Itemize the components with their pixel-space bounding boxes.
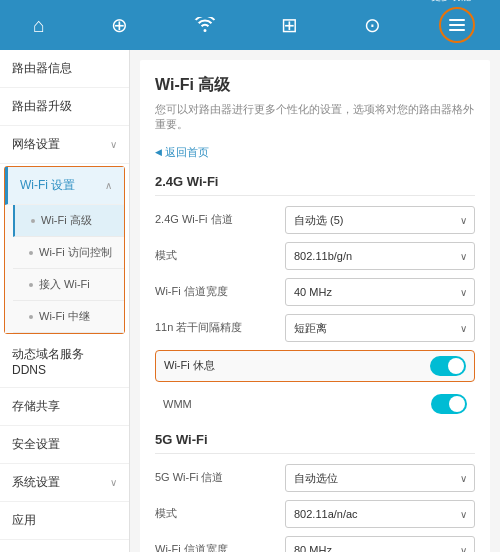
back-link[interactable]: 返回首页 [155,145,475,160]
select-24-bw[interactable]: 40 MHz [285,278,475,306]
more-label: 更多功能 [427,0,475,5]
chevron-up-icon: ∧ [105,180,112,191]
sidebar-item-wifi-advanced[interactable]: Wi-Fi 高级 [13,205,124,237]
sidebar-item-router-info[interactable]: 路由器信息 [0,50,129,88]
hamburger-icon [449,19,465,31]
label-5-mode: 模式 [155,506,285,521]
select-5-channel-wrap: 自动选位 ∨ [285,464,475,492]
wmm-label-24: WMM [163,398,431,410]
toggle-wmm-24[interactable] [431,394,467,414]
form-row-5-channel: 5G Wi-Fi 信道 自动选位 ∨ [155,464,475,492]
select-24-mode[interactable]: 802.11b/g/n [285,242,475,270]
wifi-section: Wi-Fi 设置 ∧ Wi-Fi 高级 Wi-Fi 访问控制 接入 Wi-Fi … [4,166,125,334]
select-24-mode-wrap: 802.11b/g/n ∨ [285,242,475,270]
more-button[interactable] [439,7,475,43]
toggle-thumb-wmm-24 [449,396,465,412]
user-icon[interactable]: ⊙ [356,5,389,45]
form-row-24-bw: Wi-Fi 信道宽度 40 MHz ∨ [155,278,475,306]
sidebar-item-router-upgrade[interactable]: 路由器升级 [0,88,129,126]
form-row-24-mode: 模式 802.11b/g/n ∨ [155,242,475,270]
section-5g: 5G Wi-Fi [155,432,475,454]
grid-icon[interactable]: ⊞ [273,5,306,45]
sidebar-item-network[interactable]: 网络设置 ∨ [0,126,129,164]
label-5-bw: Wi-Fi 信道宽度 [155,542,285,552]
select-5-mode-wrap: 802.11a/n/ac ∨ [285,500,475,528]
app-wrapper: ⌂ ⊕ ⊞ ⊙ 更多功能 路由器信息 路由器升级 [0,0,500,552]
sidebar-item-wifi-relay[interactable]: Wi-Fi 中继 [13,301,124,333]
label-24-interval: 11n 若干间隔精度 [155,320,285,335]
toggle-label-24: Wi-Fi 休息 [164,358,430,373]
section-24g: 2.4G Wi-Fi [155,174,475,196]
sidebar-item-storage[interactable]: 存储共享 [0,388,129,426]
select-5-mode[interactable]: 802.11a/n/ac [285,500,475,528]
select-5-bw[interactable]: 80 MHz [285,536,475,552]
page-title: Wi-Fi 高级 [155,75,475,96]
globe-icon[interactable]: ⊕ [103,5,136,45]
top-nav: ⌂ ⊕ ⊞ ⊙ 更多功能 [0,0,500,50]
more-button-wrap: 更多功能 [439,7,475,43]
form-row-5-mode: 模式 802.11a/n/ac ∨ [155,500,475,528]
sidebar-item-security[interactable]: 安全设置 [0,426,129,464]
sidebar-item-wifi-access[interactable]: Wi-Fi 访问控制 [13,237,124,269]
label-5-channel: 5G Wi-Fi 信道 [155,470,285,485]
select-24-bw-wrap: 40 MHz ∨ [285,278,475,306]
sidebar: 路由器信息 路由器升级 网络设置 ∨ Wi-Fi 设置 ∧ Wi-Fi 高级 [0,50,130,552]
sidebar-item-ddns[interactable]: 动态域名服务 DDNS [0,336,129,388]
content-inner: Wi-Fi 高级 您可以对路由器进行更多个性化的设置，选项将对您的路由器格外重要… [140,60,490,552]
form-row-5-bw: Wi-Fi 信道宽度 80 MHz ∨ [155,536,475,552]
select-24-channel[interactable]: 自动选 (5) [285,206,475,234]
label-24-channel: 2.4G Wi-Fi 信道 [155,212,285,227]
sidebar-item-wifi-guest[interactable]: 接入 Wi-Fi [13,269,124,301]
sidebar-sub-menu: Wi-Fi 高级 Wi-Fi 访问控制 接入 Wi-Fi Wi-Fi 中继 [5,205,124,333]
sidebar-item-apps[interactable]: 应用 [0,502,129,540]
toggle-row-24-wifi: Wi-Fi 休息 [155,350,475,382]
toggle-track-wmm-24[interactable] [431,394,467,414]
sidebar-item-wifi[interactable]: Wi-Fi 设置 ∧ [5,167,124,205]
chevron-down-icon2: ∨ [110,477,117,488]
select-24-interval-wrap: 短距离 ∨ [285,314,475,342]
select-24-interval[interactable]: 短距离 [285,314,475,342]
page-description: 您可以对路由器进行更多个性化的设置，选项将对您的路由器格外重要。 [155,102,475,133]
home-icon[interactable]: ⌂ [25,6,53,45]
toggle-24-wifi[interactable] [430,356,466,376]
select-24-channel-wrap: 自动选 (5) ∨ [285,206,475,234]
toggle-thumb-24 [448,358,464,374]
sidebar-item-system[interactable]: 系统设置 ∨ [0,464,129,502]
label-24-mode: 模式 [155,248,285,263]
wmm-row-24: WMM [155,390,475,418]
content-area: Wi-Fi 高级 您可以对路由器进行更多个性化的设置，选项将对您的路由器格外重要… [130,50,500,552]
select-5-channel[interactable]: 自动选位 [285,464,475,492]
wifi-icon[interactable] [186,9,224,41]
form-row-24-channel: 2.4G Wi-Fi 信道 自动选 (5) ∨ [155,206,475,234]
toggle-track-24[interactable] [430,356,466,376]
chevron-down-icon: ∨ [110,139,117,150]
select-5-bw-wrap: 80 MHz ∨ [285,536,475,552]
main-layout: 路由器信息 路由器升级 网络设置 ∨ Wi-Fi 设置 ∧ Wi-Fi 高级 [0,50,500,552]
form-row-24-interval: 11n 若干间隔精度 短距离 ∨ [155,314,475,342]
label-24-bw: Wi-Fi 信道宽度 [155,284,285,299]
